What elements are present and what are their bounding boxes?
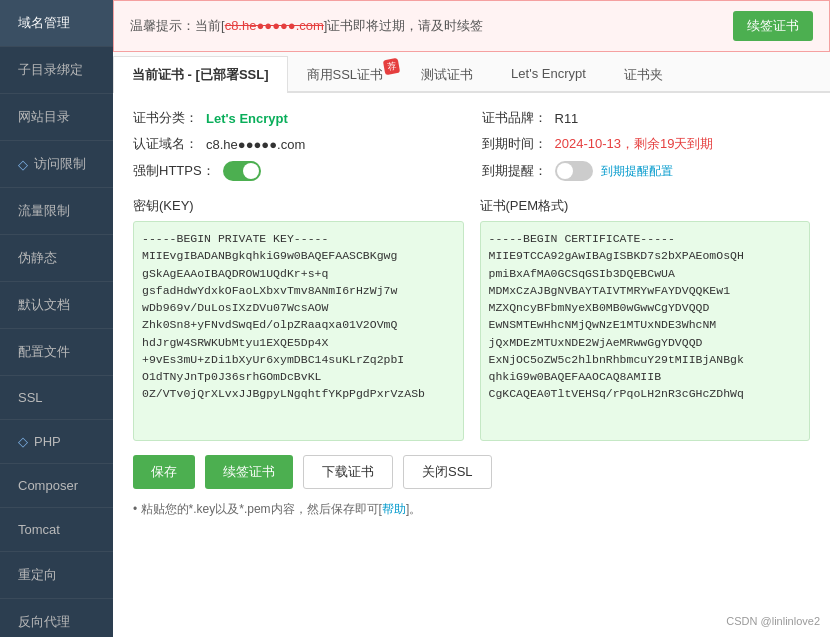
sidebar-item-label: 子目录绑定 <box>18 61 83 79</box>
cert-reminder-label: 到期提醒： <box>482 162 547 180</box>
cert-domain-row: 认证域名： c8.he●●●●●.com <box>133 135 462 153</box>
help-link[interactable]: 帮助 <box>382 502 406 516</box>
cert-https-label: 强制HTTPS： <box>133 162 215 180</box>
cert-expiry-row: 到期时间： 2024-10-13，剩余19天到期 <box>482 135 811 153</box>
sidebar-item-website-dir[interactable]: 网站目录 <box>0 94 113 141</box>
cert-textarea[interactable] <box>480 221 811 441</box>
cert-reminder-row: 到期提醒： 到期提醒配置 <box>482 161 811 181</box>
sidebar-item-ssl[interactable]: SSL <box>0 376 113 420</box>
diamond-icon-php: ◇ <box>18 434 28 449</box>
sidebar-item-redirect[interactable]: 重定向 <box>0 552 113 599</box>
warning-text: 温馨提示：当前[c8.he●●●●●.com]证书即将过期，请及时续签 <box>130 17 723 35</box>
sidebar-item-tomcat[interactable]: Tomcat <box>0 508 113 552</box>
sidebar-item-label: 配置文件 <box>18 343 70 361</box>
hint-text-before: • 粘贴您的*.key以及*.pem内容，然后保存即可[ <box>133 502 382 516</box>
sidebar-item-php[interactable]: ◇ PHP <box>0 420 113 464</box>
close-ssl-button[interactable]: 关闭SSL <box>403 455 492 489</box>
save-button[interactable]: 保存 <box>133 455 195 489</box>
sidebar-item-pseudo-static[interactable]: 伪静态 <box>0 235 113 282</box>
cert-label: 证书(PEM格式) <box>480 197 811 215</box>
cert-brand-row: 证书品牌： R11 <box>482 109 811 127</box>
sidebar-item-label: 反向代理 <box>18 613 70 631</box>
warning-banner: 温馨提示：当前[c8.he●●●●●.com]证书即将过期，请及时续签 续签证书 <box>113 0 830 52</box>
cert-expiry-label: 到期时间： <box>482 135 547 153</box>
sidebar-item-label: 访问限制 <box>34 155 86 173</box>
cert-brand-label: 证书品牌： <box>482 109 547 127</box>
cert-info-grid: 证书分类： Let's Encrypt 证书品牌： R11 认证域名： c8.h… <box>133 109 810 181</box>
key-textarea[interactable] <box>133 221 464 441</box>
download-button[interactable]: 下载证书 <box>303 455 393 489</box>
sidebar-item-label: 流量限制 <box>18 202 70 220</box>
tab-commercial-ssl[interactable]: 商用SSL证书 荐 <box>288 56 403 93</box>
cert-domain-value: c8.he●●●●●.com <box>206 137 305 152</box>
sidebar-item-default-doc[interactable]: 默认文档 <box>0 282 113 329</box>
sidebar-item-label: 网站目录 <box>18 108 70 126</box>
hint-text-end: ]。 <box>406 502 421 516</box>
tab-cert-folder[interactable]: 证书夹 <box>605 56 682 93</box>
sidebar-item-access-ctrl[interactable]: ◇ 访问限制 <box>0 141 113 188</box>
tab-bar: 当前证书 - [已部署SSL] 商用SSL证书 荐 测试证书 Let's Enc… <box>113 52 830 93</box>
sidebar-item-label: Composer <box>18 478 78 493</box>
cert-brand-value: R11 <box>555 111 579 126</box>
tab-current-cert[interactable]: 当前证书 - [已部署SSL] <box>113 56 288 93</box>
renew-banner-button[interactable]: 续签证书 <box>733 11 813 41</box>
sidebar-item-label: SSL <box>18 390 43 405</box>
renew-button[interactable]: 续签证书 <box>205 455 293 489</box>
sidebar-item-label: PHP <box>34 434 61 449</box>
cert-domain-label: 认证域名： <box>133 135 198 153</box>
sidebar-item-traffic-limit[interactable]: 流量限制 <box>0 188 113 235</box>
reminder-config-link[interactable]: 到期提醒配置 <box>601 163 673 180</box>
main-content: 温馨提示：当前[c8.he●●●●●.com]证书即将过期，请及时续签 续签证书… <box>113 0 830 637</box>
cert-expiry-value: 2024-10-13，剩余19天到期 <box>555 135 714 153</box>
action-buttons: 保存 续签证书 下载证书 关闭SSL <box>133 455 810 489</box>
key-cert-area: 密钥(KEY) 证书(PEM格式) <box>133 197 810 441</box>
sidebar-item-reverse-proxy[interactable]: 反向代理 <box>0 599 113 637</box>
sidebar-item-label: 域名管理 <box>18 14 70 32</box>
cert-category-value: Let's Encrypt <box>206 111 288 126</box>
cert-box: 证书(PEM格式) <box>480 197 811 441</box>
hint-text: • 粘贴您的*.key以及*.pem内容，然后保存即可[帮助]。 <box>133 501 810 518</box>
sidebar-item-domain-mgmt[interactable]: 域名管理 <box>0 0 113 47</box>
sidebar: 域名管理 子目录绑定 网站目录 ◇ 访问限制 流量限制 伪静态 默认文档 配置文… <box>0 0 113 637</box>
cert-category-row: 证书分类： Let's Encrypt <box>133 109 462 127</box>
key-box: 密钥(KEY) <box>133 197 464 441</box>
https-toggle[interactable] <box>223 161 261 181</box>
cert-https-row: 强制HTTPS： <box>133 161 462 181</box>
cert-category-label: 证书分类： <box>133 109 198 127</box>
csdn-watermark: CSDN @linlinlove2 <box>726 615 820 627</box>
tab-badge-recommend: 荐 <box>383 58 400 75</box>
sidebar-item-label: 伪静态 <box>18 249 57 267</box>
sidebar-item-subdir-bind[interactable]: 子目录绑定 <box>0 47 113 94</box>
reminder-toggle[interactable] <box>555 161 593 181</box>
sidebar-item-label: 重定向 <box>18 566 57 584</box>
sidebar-item-label: 默认文档 <box>18 296 70 314</box>
sidebar-item-config-file[interactable]: 配置文件 <box>0 329 113 376</box>
key-label: 密钥(KEY) <box>133 197 464 215</box>
tab-test-cert[interactable]: 测试证书 <box>402 56 492 93</box>
diamond-icon: ◇ <box>18 157 28 172</box>
sidebar-item-composer[interactable]: Composer <box>0 464 113 508</box>
content-area: 证书分类： Let's Encrypt 证书品牌： R11 认证域名： c8.h… <box>113 93 830 637</box>
tab-letsencrypt[interactable]: Let's Encrypt <box>492 56 605 93</box>
sidebar-item-label: Tomcat <box>18 522 60 537</box>
